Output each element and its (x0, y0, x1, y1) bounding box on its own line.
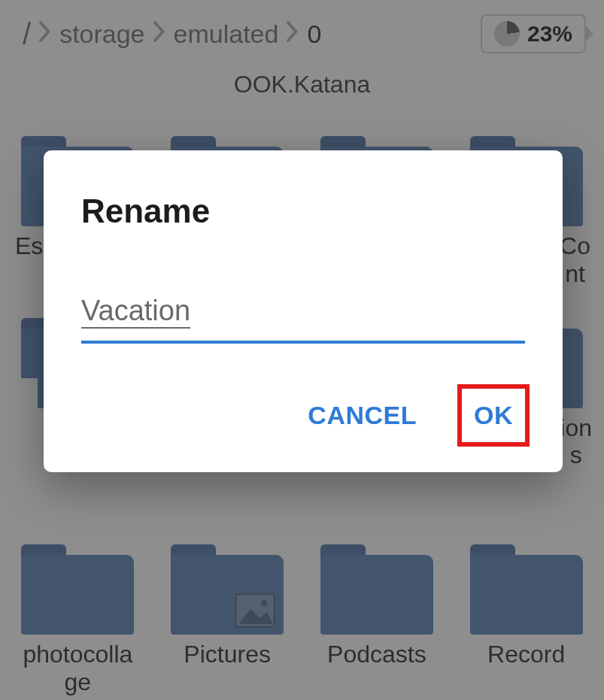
text-selection-underline (81, 327, 190, 329)
cancel-button[interactable]: CANCEL (296, 389, 429, 442)
ok-button[interactable]: OK (457, 384, 530, 447)
dialog-actions: CANCEL OK (81, 389, 525, 442)
rename-field[interactable] (81, 290, 525, 344)
rename-dialog: Rename CANCEL OK (44, 150, 563, 472)
dialog-title: Rename (81, 192, 525, 230)
rename-input[interactable] (81, 290, 525, 344)
